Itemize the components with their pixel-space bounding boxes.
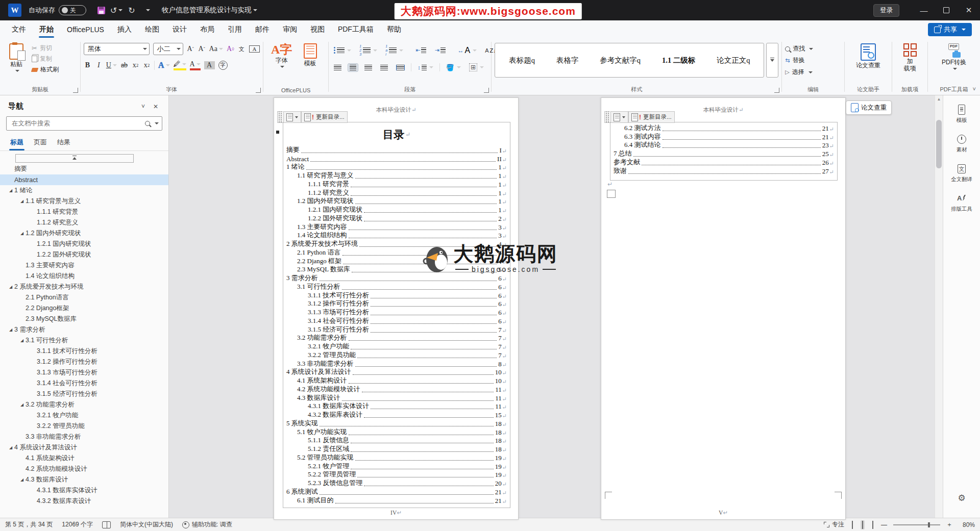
login-button[interactable]: 登录 bbox=[873, 4, 899, 17]
search-icon[interactable] bbox=[145, 121, 150, 126]
document-search-box[interactable] bbox=[6, 116, 162, 131]
toc-row[interactable]: 3.1.2 操作可行性分析6↵ bbox=[286, 300, 507, 309]
nav-heading-item[interactable]: 1.1.1 研究背景 bbox=[0, 207, 168, 217]
toc-row[interactable]: 1.1 研究背景与意义1↵ bbox=[286, 171, 507, 180]
nav-heading-item[interactable]: 1.1.2 研究意义 bbox=[0, 217, 168, 228]
focus-mode-button[interactable]: 专注 bbox=[824, 520, 844, 529]
paste-button[interactable]: 粘贴 bbox=[3, 42, 30, 72]
tab-视图[interactable]: 视图 bbox=[304, 20, 331, 39]
officeplus-font-button[interactable]: A字 字体 bbox=[270, 42, 293, 68]
numbered-list-button[interactable]: 123 bbox=[357, 43, 379, 58]
collapse-triangle-icon[interactable]: ◢ bbox=[18, 231, 26, 236]
tab-PDF工具箱[interactable]: PDF工具箱 bbox=[331, 20, 380, 39]
toc-row[interactable]: 5.2 管理员功能实现19↵ bbox=[286, 453, 507, 462]
drag-handle-icon[interactable] bbox=[604, 111, 610, 123]
document-canvas[interactable]: 本科毕业设计↵ !更新目录... 目录↵ 摘要I↵AbstractII↵1 绪论… bbox=[169, 95, 943, 518]
sidebar-item-模板[interactable]: 模板 bbox=[951, 105, 972, 124]
nav-heading-item[interactable]: ◢3 需求分析 bbox=[0, 324, 168, 335]
borders-button[interactable]: ⊞ bbox=[467, 62, 486, 73]
nav-heading-item[interactable]: 3.1.3 市场可行性分析 bbox=[0, 367, 168, 378]
nav-heading-item[interactable]: 3.1.4 社会可行性分析 bbox=[0, 378, 168, 389]
replace-button[interactable]: ⇆替换 bbox=[785, 56, 813, 65]
sidebar-item-素材[interactable]: 素材 bbox=[951, 134, 972, 154]
bold-button[interactable]: B bbox=[84, 61, 91, 69]
tab-审阅[interactable]: 审阅 bbox=[276, 20, 304, 39]
shading-button[interactable]: 🪣 bbox=[444, 62, 463, 73]
tab-邮件[interactable]: 邮件 bbox=[249, 20, 276, 39]
enclose-characters-button[interactable]: 字 bbox=[218, 61, 228, 70]
toc-row[interactable]: 5.1.2 责任区域18↵ bbox=[286, 445, 507, 453]
toc-row[interactable]: 4.2 系统功能模块设计11↵ bbox=[286, 385, 507, 394]
tab-引用[interactable]: 引用 bbox=[221, 20, 249, 39]
accessibility-status[interactable]: 辅助功能: 调查 bbox=[182, 520, 232, 529]
nav-heading-item[interactable]: ◢3.2 功能需求分析 bbox=[0, 399, 168, 410]
align-center-button[interactable] bbox=[348, 63, 358, 72]
font-size-combo[interactable]: 小二 bbox=[153, 43, 183, 55]
clipboard-dialog-launcher[interactable] bbox=[73, 88, 78, 93]
toc-row[interactable]: 5.1 牧户功能实现18↵ bbox=[286, 428, 507, 437]
style-item-4[interactable]: 1.1 二级标 bbox=[662, 56, 695, 65]
tab-插入[interactable]: 插入 bbox=[111, 20, 138, 39]
minimize-button[interactable]: — bbox=[913, 0, 935, 20]
collapse-triangle-icon[interactable]: ◢ bbox=[7, 445, 14, 450]
navigation-close-button[interactable]: ✕ bbox=[149, 103, 162, 110]
font-color-button[interactable]: A bbox=[190, 60, 201, 70]
print-layout-button[interactable] bbox=[861, 520, 865, 529]
nav-heading-item[interactable]: 1.3 主要研究内容 bbox=[0, 260, 168, 271]
nav-heading-item[interactable]: 3.2.2 管理员功能 bbox=[0, 421, 168, 432]
nav-heading-item[interactable]: 2.1 Python语言 bbox=[0, 292, 168, 303]
nav-heading-item[interactable]: 3.2.1 牧户功能 bbox=[0, 410, 168, 421]
nav-tab-结果[interactable]: 结果 bbox=[53, 136, 75, 150]
share-button[interactable]: 共享 bbox=[928, 23, 972, 36]
nav-heading-item[interactable]: ◢4.3 数据库设计 bbox=[0, 474, 168, 485]
toc-row[interactable]: 3.1.4 社会可行性分析6↵ bbox=[286, 317, 507, 325]
toc-row[interactable]: 3.1.5 经济可行性分析7↵ bbox=[286, 325, 507, 334]
update-toc-button-2[interactable]: !更新目录... bbox=[628, 111, 675, 123]
drag-handle-icon[interactable] bbox=[277, 111, 283, 123]
toc-row[interactable]: 1.2.1 国内研究现状1↵ bbox=[286, 206, 507, 214]
increase-indent-button[interactable]: ⇥ bbox=[432, 45, 447, 55]
italic-button[interactable]: I bbox=[95, 61, 103, 69]
decrease-indent-button[interactable]: ⇤ bbox=[413, 45, 428, 55]
collapse-triangle-icon[interactable]: ◢ bbox=[18, 402, 26, 407]
strikethrough-button[interactable]: ab bbox=[120, 61, 128, 69]
quick-access-overflow-button[interactable] bbox=[139, 3, 155, 17]
toc-row[interactable]: 4 系统设计及算法设计10↵ bbox=[286, 368, 507, 377]
floating-paper-check-button[interactable]: 论文查重 bbox=[846, 100, 892, 115]
toc-row[interactable]: 3.1 可行性分析6↵ bbox=[286, 283, 507, 291]
phonetic-guide-button[interactable]: 文 bbox=[238, 45, 246, 53]
collapse-triangle-icon[interactable]: ◢ bbox=[7, 327, 14, 332]
styles-dialog-launcher[interactable] bbox=[774, 88, 779, 93]
change-case-button[interactable]: Aa bbox=[209, 45, 223, 53]
toc-row[interactable]: 6 系统测试21↵ bbox=[286, 488, 507, 496]
character-border-button[interactable]: A bbox=[249, 45, 260, 53]
undo-button[interactable]: ↺ bbox=[109, 3, 124, 17]
zoom-slider-handle[interactable] bbox=[928, 522, 930, 527]
toc-row[interactable]: 5 系统实现18↵ bbox=[286, 419, 507, 428]
nav-heading-item[interactable]: 4.3.2 数据库表设计 bbox=[0, 496, 168, 507]
pdf-convert-button[interactable]: PDF PDF转换 bbox=[936, 42, 972, 70]
nav-heading-item[interactable]: 1.2.2 国外研究现状 bbox=[0, 249, 168, 260]
find-button[interactable]: 查找 bbox=[785, 44, 813, 53]
page-indicator[interactable]: 第 5 页，共 34 页 bbox=[5, 520, 53, 529]
nav-tab-页面[interactable]: 页面 bbox=[30, 136, 51, 150]
style-item-5[interactable]: 论文正文q bbox=[717, 56, 750, 65]
paper-check-button[interactable]: 论文查重 bbox=[851, 42, 885, 69]
zoom-slider[interactable] bbox=[893, 524, 940, 525]
nav-heading-item[interactable]: 4.2 系统功能模块设计 bbox=[0, 464, 168, 474]
settings-gear-icon[interactable]: ⚙ bbox=[958, 493, 965, 503]
nav-heading-item[interactable]: 3.1.2 操作可行性分析 bbox=[0, 357, 168, 367]
toc-row[interactable]: 5.2.1 牧户管理19↵ bbox=[286, 462, 507, 471]
sidebar-item-全文翻译[interactable]: 全文翻译 bbox=[951, 164, 972, 183]
word-logo[interactable]: W bbox=[8, 4, 21, 17]
document-title[interactable]: 牧户信息管理系统设计与实现 bbox=[162, 6, 257, 15]
nav-tab-标题[interactable]: 标题 bbox=[6, 136, 28, 150]
toc-row[interactable]: 3.2.2 管理员功能7↵ bbox=[286, 351, 507, 360]
update-toc-button[interactable]: !更新目录... bbox=[301, 111, 348, 123]
font-dialog-launcher[interactable] bbox=[256, 88, 261, 93]
read-mode-button[interactable] bbox=[850, 520, 854, 529]
toc-row[interactable]: 3.1.3 市场可行性分析6↵ bbox=[286, 308, 507, 317]
toc-row[interactable]: 3.2.1 牧户功能7↵ bbox=[286, 342, 507, 351]
align-left-button[interactable] bbox=[332, 63, 344, 72]
distribute-button[interactable] bbox=[394, 63, 407, 72]
